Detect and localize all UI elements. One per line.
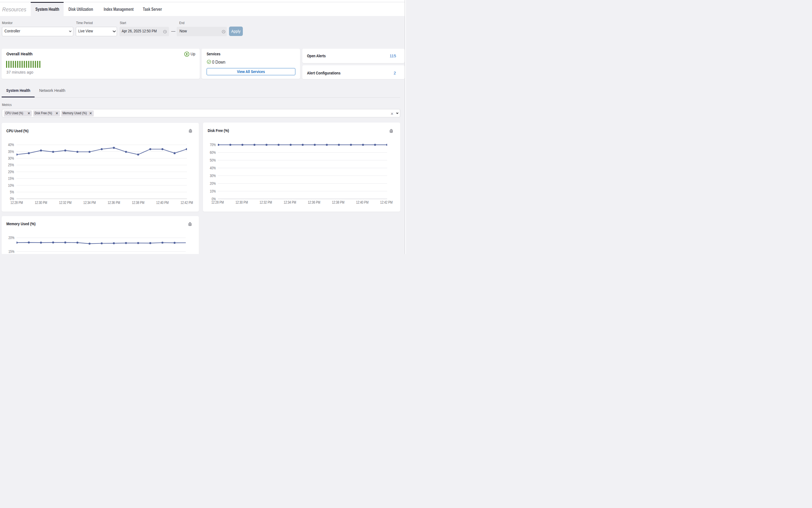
svg-text:40%: 40% — [210, 166, 216, 170]
svg-text:12:32 PM: 12:32 PM — [59, 200, 71, 205]
svg-text:30%: 30% — [8, 156, 14, 160]
svg-text:10%: 10% — [8, 183, 14, 187]
svg-text:12:36 PM: 12:36 PM — [308, 200, 320, 205]
svg-text:10%: 10% — [210, 189, 216, 193]
svg-text:15%: 15% — [9, 249, 15, 253]
svg-text:12:34 PM: 12:34 PM — [83, 200, 96, 205]
svg-text:12:42 PM: 12:42 PM — [181, 200, 193, 205]
svg-text:40%: 40% — [8, 142, 14, 147]
svg-text:35%: 35% — [8, 149, 14, 154]
svg-text:20%: 20% — [9, 236, 15, 240]
svg-text:60%: 60% — [210, 150, 216, 155]
svg-text:12:42 PM: 12:42 PM — [380, 200, 393, 205]
svg-text:20%: 20% — [210, 181, 216, 185]
svg-text:12:38 PM: 12:38 PM — [332, 200, 344, 205]
svg-text:70%: 70% — [210, 142, 216, 147]
svg-text:12:32 PM: 12:32 PM — [260, 200, 272, 205]
svg-text:12:30 PM: 12:30 PM — [236, 200, 248, 205]
svg-text:12:38 PM: 12:38 PM — [132, 200, 144, 205]
svg-text:20%: 20% — [8, 169, 14, 174]
svg-text:50%: 50% — [210, 158, 216, 162]
svg-text:12:30 PM: 12:30 PM — [35, 200, 47, 205]
svg-text:12:28 PM: 12:28 PM — [10, 200, 23, 205]
svg-text:12:34 PM: 12:34 PM — [284, 200, 296, 205]
svg-text:12:28 PM: 12:28 PM — [211, 200, 224, 205]
svg-text:15%: 15% — [8, 176, 14, 181]
svg-text:30%: 30% — [210, 173, 216, 178]
svg-text:12:40 PM: 12:40 PM — [356, 200, 369, 205]
svg-text:12:40 PM: 12:40 PM — [156, 200, 169, 205]
svg-text:25%: 25% — [8, 163, 14, 167]
svg-text:12:36 PM: 12:36 PM — [107, 200, 120, 205]
svg-text:5%: 5% — [10, 189, 14, 194]
